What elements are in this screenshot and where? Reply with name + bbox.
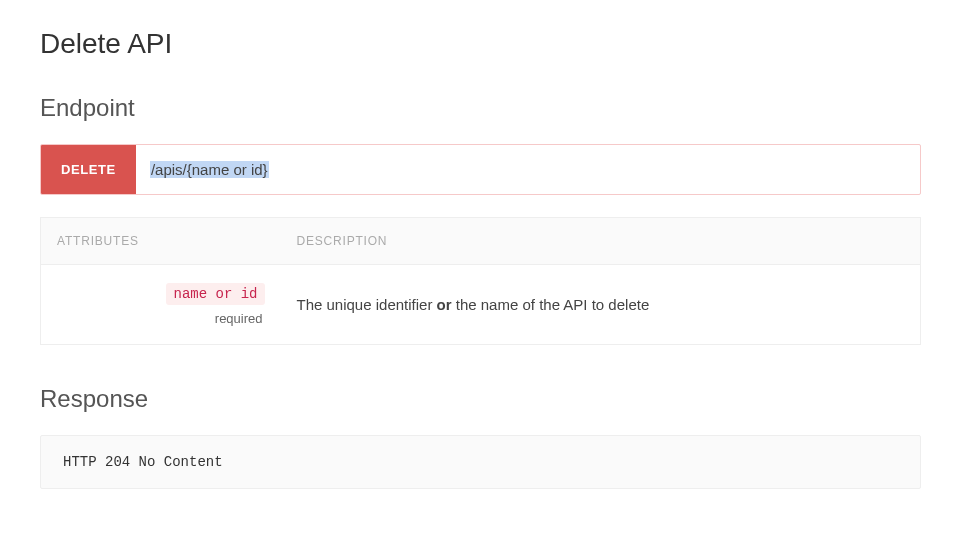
endpoint-heading: Endpoint (40, 94, 921, 122)
description-text-pre: The unique identifier (297, 296, 437, 313)
attributes-table: Attributes Description name or id requir… (40, 217, 921, 345)
description-text-post: the name of the API to delete (452, 296, 650, 313)
table-row: name or id required The unique identifie… (41, 265, 921, 345)
attributes-header: Attributes (41, 218, 281, 265)
attribute-name-code: name or id (166, 283, 264, 305)
response-body: HTTP 204 No Content (63, 454, 223, 470)
description-header: Description (281, 218, 921, 265)
attribute-cell: name or id required (41, 265, 281, 345)
attribute-required-tag: required (57, 311, 265, 326)
endpoint-path: /apis/{name or id} (136, 145, 283, 194)
description-text-strong: or (437, 296, 452, 313)
http-method-badge: DELETE (41, 145, 136, 194)
page-title: Delete API (40, 28, 921, 60)
endpoint-path-text: /apis/{name or id} (150, 161, 269, 178)
response-box: HTTP 204 No Content (40, 435, 921, 489)
endpoint-box: DELETE /apis/{name or id} (40, 144, 921, 195)
description-cell: The unique identifier or the name of the… (281, 265, 921, 345)
response-heading: Response (40, 385, 921, 413)
